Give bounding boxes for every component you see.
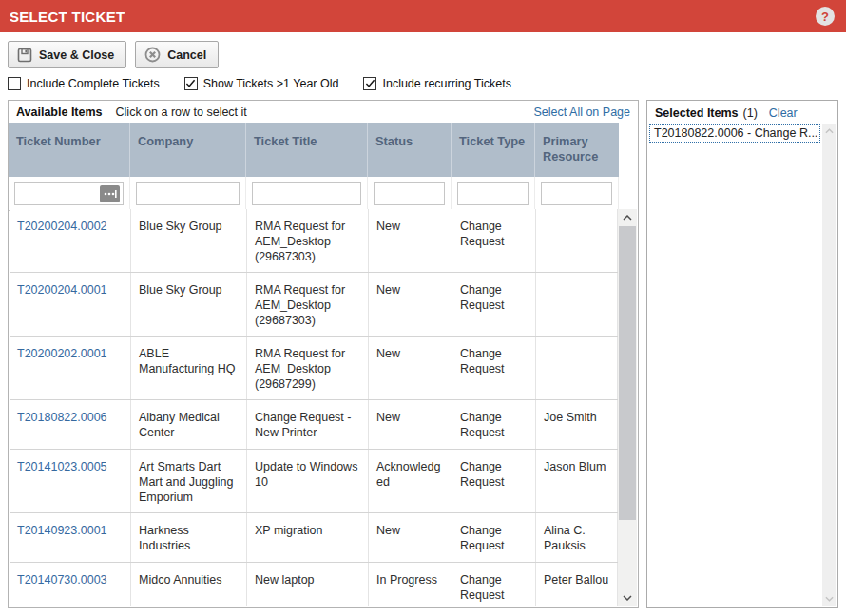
cell-primary-resource (536, 209, 618, 272)
filter-cell-ticket-number (9, 177, 130, 210)
table-row[interactable]: T20200202.0001ABLE Manufacturing HQRMA R… (10, 337, 618, 400)
filter-cell-status (368, 177, 452, 210)
cell-ticket-title: Update to Windows 10 (247, 450, 369, 512)
cell-ticket-number: T20180822.0006 (10, 400, 131, 449)
cell-ticket-title: XP migration (247, 513, 369, 562)
dialog-title: SELECT TICKET (10, 9, 125, 25)
scroll-down-icon[interactable] (822, 591, 836, 606)
table-row[interactable]: T20200204.0002Blue Sky GroupRMA Request … (10, 209, 618, 273)
ticket-number-link[interactable]: T20180822.0006 (17, 411, 107, 424)
cell-ticket-title: RMA Request for AEM_Desktop (29687299) (247, 337, 369, 399)
filter-cell-ticket-title (246, 177, 368, 210)
filter-input-ticket-title[interactable] (252, 182, 361, 205)
filter-cell-company (130, 177, 246, 210)
scrollbar-thumb[interactable] (619, 226, 636, 520)
available-items-header: Available Items Click on a row to select… (9, 103, 638, 122)
checkbox-show-tickets-1-year-old[interactable]: Show Tickets >1 Year Old (184, 77, 339, 90)
selected-scrollbar[interactable] (822, 124, 836, 606)
cell-primary-resource: Peter Ballou (536, 563, 618, 606)
cell-primary-resource: Alina C. Pauksis (536, 513, 618, 562)
ticket-number-picker-button[interactable] (100, 185, 120, 202)
table-scrollbar[interactable] (618, 209, 637, 606)
table-row[interactable]: T20200204.0001Blue Sky GroupRMA Request … (10, 273, 618, 337)
cell-ticket-number: T20200204.0001 (10, 273, 131, 336)
save-icon (17, 48, 32, 63)
cell-primary-resource: Joe Smith (536, 400, 618, 449)
table-row[interactable]: T20180822.0006Albany Medical CenterChang… (10, 400, 618, 450)
selected-items-header: Selected Items (1) Clear (647, 103, 837, 123)
filter-cell-primary-resource (535, 177, 619, 210)
column-header-ticket-type[interactable]: Ticket Type (452, 123, 535, 177)
column-header-primary-resource[interactable]: Primary Resource (535, 123, 619, 177)
scroll-up-icon[interactable] (822, 124, 836, 139)
cell-company: ABLE Manufacturing HQ (131, 337, 247, 399)
available-items-title: Available Items (16, 106, 103, 119)
select-all-on-page-link[interactable]: Select All on Page (534, 106, 630, 119)
cell-company: Harkness Industries (131, 513, 247, 562)
filter-input-ticket-type[interactable] (457, 182, 529, 205)
cell-ticket-number: T20200202.0001 (10, 337, 131, 399)
selected-item[interactable]: T20180822.0006 - Change R... (649, 124, 820, 143)
table-row[interactable]: T20141023.0005Art Smarts Dart Mart and J… (10, 450, 618, 513)
save-close-label: Save & Close (39, 48, 114, 62)
checkbox-label: Show Tickets >1 Year Old (203, 77, 339, 90)
cell-status: New (369, 209, 452, 272)
ticket-number-link[interactable]: T20200204.0002 (17, 220, 107, 233)
cell-status: Acknowledged (369, 450, 452, 512)
column-header-company[interactable]: Company (130, 123, 246, 177)
cell-status: New (369, 513, 452, 562)
ticket-number-link[interactable]: T20141023.0005 (17, 460, 107, 473)
column-header-status[interactable]: Status (368, 123, 452, 177)
column-header-ticket-number[interactable]: Ticket Number (9, 123, 130, 177)
cell-status: New (369, 337, 452, 399)
cell-ticket-number: T20140730.0003 (10, 563, 131, 606)
cancel-button[interactable]: Cancel (135, 41, 219, 68)
cell-ticket-type: Change Request (452, 273, 536, 336)
filter-input-primary-resource[interactable] (541, 182, 612, 205)
filter-input-company[interactable] (136, 182, 240, 205)
checkbox-label: Include recurring Tickets (382, 77, 510, 90)
cancel-label: Cancel (167, 48, 206, 62)
cell-ticket-type: Change Request (452, 209, 536, 272)
filter-checkboxes: Include Complete TicketsShow Tickets >1 … (8, 77, 511, 90)
available-items-panel: Available Items Click on a row to select… (8, 100, 639, 608)
cell-status: In Progress (369, 563, 452, 606)
table-body: T20200204.0002Blue Sky GroupRMA Request … (10, 209, 618, 606)
cell-ticket-title: RMA Request for AEM_Desktop (29687303) (247, 273, 369, 336)
ticket-number-link[interactable]: T20200204.0001 (17, 283, 107, 297)
cell-ticket-number: T20200204.0002 (10, 209, 131, 272)
ticket-number-link[interactable]: T20140730.0003 (17, 573, 107, 587)
cell-company: Midco Annuities (131, 563, 247, 606)
cell-ticket-type: Change Request (452, 400, 536, 449)
save-close-button[interactable]: Save & Close (8, 41, 126, 68)
cell-ticket-type: Change Request (452, 337, 536, 399)
cell-ticket-title: RMA Request for AEM_Desktop (29687303) (247, 209, 369, 272)
selected-items-list: T20180822.0006 - Change R... (648, 124, 821, 606)
clear-link[interactable]: Clear (769, 106, 798, 120)
cell-company: Albany Medical Center (131, 400, 247, 449)
scroll-down-icon[interactable] (618, 589, 637, 606)
cell-ticket-title: Change Request - New Printer (247, 400, 369, 449)
selected-items-count: (1) (743, 106, 758, 120)
ticket-number-link[interactable]: T20200202.0001 (17, 347, 107, 360)
cell-ticket-type: Change Request (452, 450, 536, 512)
filter-input-status[interactable] (374, 182, 445, 205)
checkbox-include-recurring-tickets[interactable]: Include recurring Tickets (363, 77, 510, 90)
help-icon[interactable]: ? (816, 7, 835, 26)
cell-company: Blue Sky Group (131, 209, 247, 272)
scroll-up-icon[interactable] (618, 209, 637, 226)
checkbox-checked-icon (363, 77, 376, 90)
ticket-number-link[interactable]: T20140923.0001 (17, 524, 107, 537)
table-header-row: Ticket NumberCompanyTicket TitleStatusTi… (9, 123, 619, 177)
cell-primary-resource (536, 273, 618, 336)
table-row[interactable]: T20140923.0001Harkness IndustriesXP migr… (10, 513, 618, 563)
cell-status: New (369, 273, 452, 336)
cell-status: New (369, 400, 452, 449)
table-filter-row (9, 177, 619, 211)
filter-cell-ticket-type (452, 177, 535, 210)
cell-company: Blue Sky Group (131, 273, 247, 336)
checkbox-include-complete-tickets[interactable]: Include Complete Tickets (8, 77, 160, 90)
column-header-ticket-title[interactable]: Ticket Title (246, 123, 368, 177)
table-row[interactable]: T20140730.0003Midco AnnuitiesNew laptopI… (10, 563, 618, 606)
cell-ticket-number: T20140923.0001 (10, 513, 131, 562)
